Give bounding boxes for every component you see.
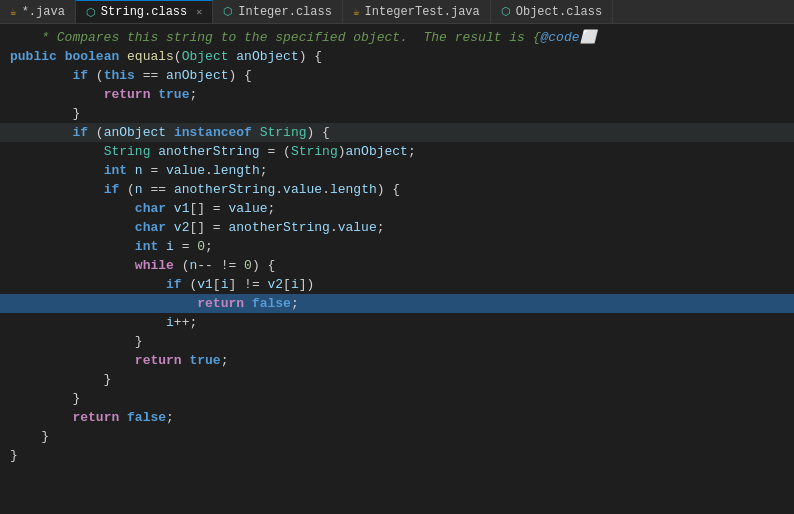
- java-file-icon: ☕: [10, 5, 17, 18]
- code-line: i++;: [0, 313, 794, 332]
- tab-label: IntegerTest.java: [365, 5, 480, 19]
- code-line: * Compares this string to the specified …: [0, 28, 794, 47]
- code-line: public boolean equals(Object anObject) {: [0, 47, 794, 66]
- code-line: int n = value.length;: [0, 161, 794, 180]
- code-line: if (this == anObject) {: [0, 66, 794, 85]
- code-line: return false;: [0, 408, 794, 427]
- code-line: if (n == anotherString.value.length) {: [0, 180, 794, 199]
- code-line-highlight: if (anObject instanceof String) {: [0, 123, 794, 142]
- code-line: }: [0, 332, 794, 351]
- class-file-icon3: ⬡: [501, 5, 511, 18]
- code-line: char v1[] = value;: [0, 199, 794, 218]
- code-line: String anotherString = (String)anObject;: [0, 142, 794, 161]
- code-line: while (n-- != 0) {: [0, 256, 794, 275]
- code-line: char v2[] = anotherString.value;: [0, 218, 794, 237]
- code-line: if (v1[i] != v2[i]): [0, 275, 794, 294]
- class-file-icon: ⬡: [86, 6, 96, 19]
- code-line: }: [0, 389, 794, 408]
- code-line: }: [0, 370, 794, 389]
- tab-label: String.class: [101, 5, 187, 19]
- tab-stringclass[interactable]: ⬡ String.class ✕: [76, 0, 213, 23]
- tab-label: *.java: [22, 5, 65, 19]
- tab-integerclass[interactable]: ⬡ Integer.class: [213, 0, 343, 23]
- tab-stjava[interactable]: ☕ *.java: [0, 0, 76, 23]
- tab-label: Object.class: [516, 5, 602, 19]
- code-line-selected: return false;: [0, 294, 794, 313]
- tab-objectclass[interactable]: ⬡ Object.class: [491, 0, 613, 23]
- tab-label: Integer.class: [238, 5, 332, 19]
- code-line: int i = 0;: [0, 237, 794, 256]
- code-line: }: [0, 427, 794, 446]
- code-line: }: [0, 446, 794, 465]
- class-file-icon2: ⬡: [223, 5, 233, 18]
- code-line: }: [0, 104, 794, 123]
- tab-integertestjava[interactable]: ☕ IntegerTest.java: [343, 0, 491, 23]
- tab-bar: ☕ *.java ⬡ String.class ✕ ⬡ Integer.clas…: [0, 0, 794, 24]
- code-line: return true;: [0, 85, 794, 104]
- code-area: * Compares this string to the specified …: [0, 24, 794, 514]
- code-line: return true;: [0, 351, 794, 370]
- tab-close-icon[interactable]: ✕: [196, 6, 202, 18]
- java-file-icon2: ☕: [353, 5, 360, 18]
